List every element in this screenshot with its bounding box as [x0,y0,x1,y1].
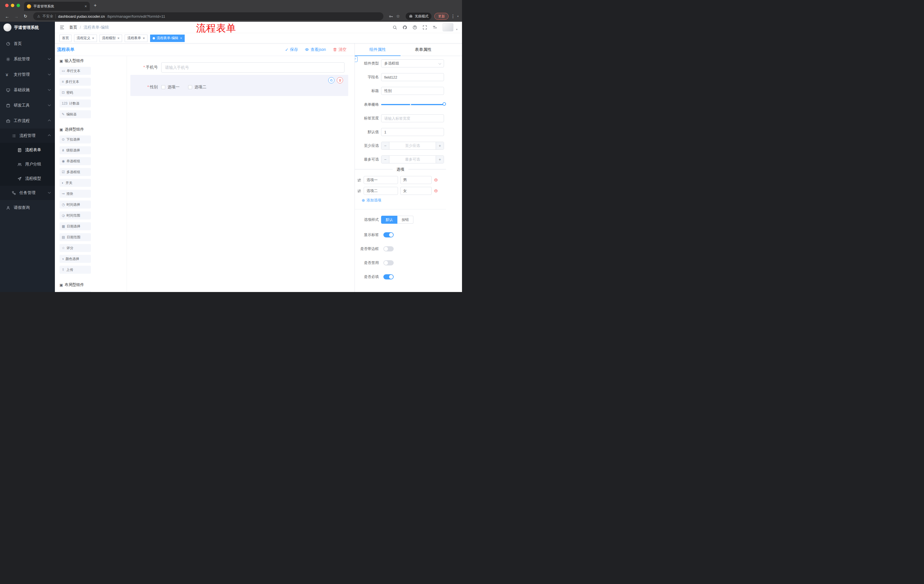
sidebar-logo[interactable]: 芋道管理系统 [0,22,55,33]
canvas-field-gender-selected[interactable]: 性别 选项一 选项二 [130,75,348,96]
palette-item-time-picker[interactable]: ◷时间选择 [59,201,91,209]
max-select-value[interactable]: 最多可选 [389,156,436,163]
palette-item-cascader[interactable]: ⋔级联选择 [59,146,91,154]
sidebar-item-devtools[interactable]: 研发工具 [0,98,55,113]
phone-input[interactable] [161,62,345,72]
tag-close-icon[interactable]: × [117,36,120,40]
palette-item-time-range[interactable]: ◶时间范围 [59,211,91,219]
window-minimize-button[interactable] [11,4,14,7]
required-toggle[interactable] [383,274,394,280]
help-icon[interactable] [412,25,417,30]
palette-item-upload[interactable]: ⇧上传 [59,266,91,274]
sidebar-item-task-management[interactable]: 任务管理 [0,186,55,200]
back-button[interactable]: ← [3,14,11,19]
palette-item-password[interactable]: ⊡密码 [59,89,91,97]
label-width-input[interactable] [381,114,444,122]
palette-item-textarea[interactable]: ≡多行文本 [59,78,91,86]
style-default-button[interactable]: 默认 [381,216,398,224]
delete-component-button[interactable] [337,77,343,84]
palette-item-switch[interactable]: ◐开关 [59,179,91,187]
window-close-button[interactable] [5,4,8,7]
default-value-input[interactable] [381,128,444,136]
copy-component-button[interactable] [328,77,335,84]
palette-item-select[interactable]: ⊙下拉选择 [59,135,91,143]
browser-tab[interactable]: 芋道管理系统 × [24,2,90,11]
link-icon[interactable] [355,56,358,62]
palette-item-color-picker[interactable]: ◑颜色选择 [59,255,91,263]
gender-option-1[interactable]: 选项一 [161,85,180,90]
disabled-toggle[interactable] [383,260,394,265]
breadcrumb-home[interactable]: 首页 [69,25,77,30]
sidebar-item-workflow[interactable]: 工作流程 [0,113,55,128]
decrease-button[interactable]: − [381,142,389,150]
reload-button[interactable]: ↻ [22,14,29,19]
user-avatar[interactable] [442,23,454,31]
tag-process-definition[interactable]: 流程定义 × [74,35,97,42]
gender-option-2[interactable]: 选项二 [188,85,206,90]
clear-button[interactable]: 清空 [333,47,346,52]
palette-item-date-picker[interactable]: ▦日期选择 [59,222,91,230]
font-size-icon[interactable] [432,25,437,30]
option-name-input[interactable] [364,176,398,184]
palette-item-editor[interactable]: ✎编辑器 [59,110,91,118]
palette-item-counter[interactable]: 123计数器 [59,99,91,107]
save-button[interactable]: ✓ 保存 [285,47,298,52]
show-label-toggle[interactable] [383,232,394,237]
fullscreen-icon[interactable] [422,25,427,30]
sidebar-item-system[interactable]: 系统管理 [0,51,55,67]
avatar-caret-icon[interactable]: ▾ [456,28,457,31]
tag-close-icon[interactable]: × [92,36,94,40]
style-button-button[interactable]: 按钮 [398,216,413,224]
tab-form-props[interactable]: 表单属性 [401,43,446,56]
tag-close-icon[interactable]: × [143,36,145,40]
palette-item-rate[interactable]: ☆评分 [59,244,91,252]
slider-track[interactable] [381,104,444,105]
drag-handle-icon[interactable] [357,178,361,182]
browser-menu-icon[interactable]: ⋮ [450,14,455,19]
checkbox-icon[interactable] [161,85,165,89]
remove-option-icon[interactable]: ⊖ [434,189,438,193]
sidebar-item-process-form[interactable]: 流程表单 [0,143,55,157]
palette-item-date-range[interactable]: ▤日期范围 [59,233,91,241]
drag-handle-icon[interactable] [357,189,361,193]
tag-process-form-edit[interactable]: 流程表单-编辑 × [150,35,185,42]
min-select-value[interactable]: 至少应选 [389,142,436,150]
increase-button[interactable]: + [436,142,444,150]
sidebar-item-payment[interactable]: ¥ 支付管理 [0,67,55,82]
chrome-update-button[interactable]: 更新 [434,13,449,20]
option-value-input[interactable] [400,187,432,195]
bookmark-star-icon[interactable]: ☆ [396,14,403,19]
forward-button[interactable]: → [13,14,20,19]
grid-slider[interactable] [381,100,444,109]
option-name-input[interactable] [364,187,398,195]
profile-caret-icon[interactable]: ▾ [457,15,459,18]
bordered-toggle[interactable] [383,246,394,252]
search-icon[interactable] [393,25,397,30]
tab-component-props[interactable]: 组件属性 [355,43,401,56]
remove-option-icon[interactable]: ⊖ [434,178,438,182]
sidebar-item-user-group[interactable]: 用户分组 [0,157,55,171]
view-json-button[interactable]: 查看json [305,47,326,52]
canvas-field-phone[interactable]: 手机号 [127,62,345,72]
slider-handle[interactable] [442,102,446,106]
address-bar[interactable]: ⚠ 不安全 dashboard.yudao.iocoder.cn/bpm/man… [33,12,383,20]
palette-item-checkbox-group[interactable]: ☑多选框组 [59,168,91,176]
sidebar-item-leave-query[interactable]: 请假查询 [0,200,55,216]
tag-process-model[interactable]: 流程模型 × [99,35,122,42]
component-type-select[interactable] [381,59,444,67]
title-input[interactable] [381,87,444,95]
window-zoom-button[interactable] [16,4,20,7]
not-secure-icon[interactable]: ⚠ [37,14,40,18]
tab-close-icon[interactable]: × [85,4,87,8]
decrease-button[interactable]: − [381,156,389,163]
new-tab-button[interactable]: + [94,3,97,8]
github-icon[interactable] [403,25,407,30]
palette-item-row-container[interactable]: ◫行容器 [59,291,91,292]
tag-close-icon[interactable]: × [180,36,182,40]
palette-item-single-text[interactable]: ▭单行文本 [59,67,91,75]
sidebar-item-infra[interactable]: 基础设施 [0,82,55,98]
palette-item-radio-group[interactable]: ◉单选框组 [59,157,91,165]
add-option-button[interactable]: ⊕ 添加选项 [361,198,446,203]
option-value-input[interactable] [400,176,432,184]
password-manager-icon[interactable] [388,14,394,18]
